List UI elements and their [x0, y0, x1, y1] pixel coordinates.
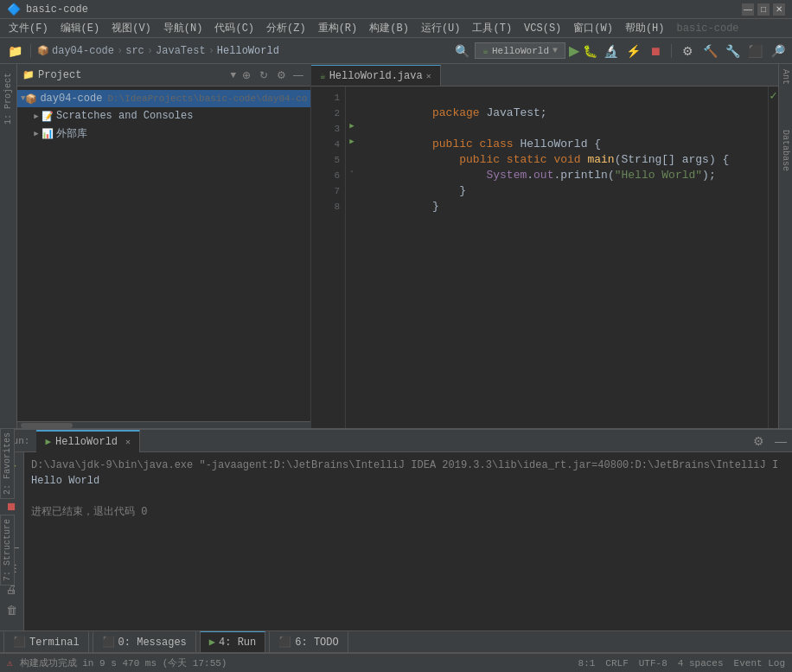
menu-edit[interactable]: 编辑(E) [55, 19, 105, 37]
menu-refactor[interactable]: 重构(R) [313, 19, 363, 37]
tree-libraries[interactable]: ▶ 📊 外部库 [17, 125, 310, 142]
run-configuration[interactable]: ☕ HelloWorld ▼ [475, 42, 565, 59]
fold-btn-8 [346, 195, 358, 211]
run-tab-name: HelloWorld [55, 436, 118, 448]
fold-btn-6: ◦ [346, 164, 358, 180]
run-button[interactable]: ▶ [569, 42, 579, 59]
run-settings-btn[interactable]: ⚙ [748, 434, 770, 448]
breadcrumb-project[interactable]: day04-code [52, 45, 114, 57]
stop-button[interactable]: ⏹ [646, 42, 665, 61]
tree-root[interactable]: ▼ 📦 day04-code D:\IdeaProjects\basic-cod… [17, 90, 310, 107]
bottom-tab-terminal[interactable]: ⬛ Terminal [3, 631, 89, 652]
breadcrumb: 📦 day04-code › src › JavaTest › HelloWor… [37, 45, 279, 57]
build-icon[interactable]: 🔨 [700, 42, 719, 61]
panel-title: Project [38, 69, 223, 81]
menu-build[interactable]: 构建(B) [364, 19, 414, 37]
panel-sync-btn[interactable]: ↻ [257, 68, 271, 82]
maximize-button[interactable]: □ [757, 3, 770, 16]
panel-scrollbar[interactable] [17, 421, 310, 428]
breadcrumb-package[interactable]: JavaTest [156, 45, 206, 57]
close-button[interactable]: ✕ [773, 3, 785, 16]
git-icon[interactable]: 🔧 [723, 42, 742, 61]
toolbar-separator [30, 44, 31, 58]
run-minimize-btn[interactable]: — [770, 434, 792, 448]
structure-strip[interactable]: 7: Structure [0, 515, 15, 586]
frame-icon[interactable]: ⬛ [745, 42, 764, 61]
toolbar: 📁 📦 day04-code › src › JavaTest › HelloW… [0, 38, 792, 64]
code-content[interactable]: package JavaTest; public class HelloWorl… [358, 86, 768, 428]
panel-scrollbar-thumb [21, 423, 73, 428]
menu-code[interactable]: 代码(C) [209, 19, 259, 37]
search-icon[interactable]: 🔍 [452, 42, 471, 61]
bottom-tab-run[interactable]: ▶ 4: Run [200, 631, 265, 652]
menu-vcs[interactable]: VCS(S) [519, 21, 566, 36]
editor-tab-helloworld[interactable]: ☕ HelloWorld.java ✕ [311, 65, 441, 86]
menu-file[interactable]: 文件(F) [3, 19, 54, 37]
project-icon: 📦 [25, 93, 37, 105]
favorites-strip[interactable]: 2: Favorites [0, 428, 15, 499]
run-tab-close[interactable]: ✕ [125, 437, 131, 447]
tree-scratches[interactable]: ▶ 📝 Scratches and Consoles [17, 107, 310, 125]
menu-help[interactable]: 帮助(H) [620, 19, 670, 37]
encoding[interactable]: UTF-8 [639, 658, 667, 669]
code-line-3: public class HelloWorld { [365, 121, 761, 137]
panel-minimize-btn[interactable]: — [291, 68, 305, 82]
console-line-3 [31, 489, 785, 504]
panel-add-btn[interactable]: ⊕ [240, 68, 253, 82]
settings-icon[interactable]: ⚙ [678, 42, 697, 61]
file-tree: ▼ 📦 day04-code D:\IdeaProjects\basic-cod… [17, 86, 310, 421]
tab-close-btn[interactable]: ✕ [426, 71, 431, 81]
menu-tools[interactable]: 工具(T) [467, 19, 517, 37]
line-num-1: 1 [311, 90, 345, 106]
bottom-tab-messages[interactable]: ⬛ 0: Messages [93, 631, 196, 652]
menu-view[interactable]: 视图(V) [106, 19, 156, 37]
menu-run[interactable]: 运行(U) [416, 19, 466, 37]
right-strip: Ant Database [778, 64, 792, 428]
panel-settings-btn[interactable]: ⚙ [274, 68, 288, 82]
run-icon: ▶ [209, 636, 215, 649]
run-clear-btn[interactable]: 🗑 [3, 601, 21, 618]
database-strip-label[interactable]: Database [779, 125, 792, 176]
todo-icon: ⬛ [278, 636, 291, 649]
project-panel: 📁 Project ▼ ⊕ ↻ ⚙ — ▼ 📦 day04-code D:\Id… [17, 64, 311, 428]
right-gutter: ✓ [768, 86, 778, 428]
menu-nav[interactable]: 导航(N) [158, 19, 208, 37]
menu-window[interactable]: 窗口(W) [568, 19, 618, 37]
profile-button[interactable]: ⚡ [623, 42, 642, 61]
ant-strip-label[interactable]: Ant [779, 64, 792, 90]
fold-btn-7 [346, 180, 358, 195]
line-num-5: 5 [311, 152, 345, 168]
bottom-tab-todo[interactable]: ⬛ 6: TODO [269, 631, 348, 652]
console-line-1: D:\Java\jdk-9\bin\java.exe "-javaagent:D… [31, 458, 785, 473]
line-num-6: 6 [311, 168, 345, 183]
line-separator[interactable]: CRLF [605, 658, 628, 669]
breadcrumb-file[interactable]: HelloWorld [217, 45, 279, 57]
indent-info[interactable]: 4 spaces [678, 658, 724, 669]
cursor-position[interactable]: 8:1 [578, 658, 596, 669]
title-bar: 🔷 basic-code — □ ✕ [0, 0, 792, 19]
terminal-icon: ⬛ [13, 636, 26, 649]
messages-icon: ⬛ [102, 636, 115, 649]
event-log[interactable]: Event Log [734, 658, 785, 669]
debug-button[interactable]: 🐛 [583, 44, 597, 58]
line-num-3: 3 [311, 121, 345, 137]
fold-btn-4[interactable]: ▶ [346, 133, 358, 149]
minimize-button[interactable]: — [742, 3, 754, 16]
run-tab-label: 4: Run [219, 637, 256, 649]
messages-label: 0: Messages [118, 637, 187, 649]
java-file-icon: ☕ [320, 70, 326, 81]
coverage-button[interactable]: 🔬 [601, 42, 620, 61]
run-stop-btn[interactable]: ⏹ [3, 497, 21, 515]
zoom-icon[interactable]: 🔎 [768, 42, 787, 61]
menu-analyze[interactable]: 分析(Z) [261, 19, 311, 37]
toolbar-right: 🔍 ☕ HelloWorld ▼ ▶ 🐛 🔬 ⚡ ⏹ ⚙ 🔨 🔧 ⬛ 🔎 [452, 42, 787, 61]
title-bar-left: 🔷 basic-code [7, 3, 88, 16]
code-editor[interactable]: 1 2 3 4 5 6 7 8 ▶ ▶ ◦ packag [311, 86, 778, 428]
project-strip-label[interactable]: 1: Project [2, 67, 15, 130]
editor-area: ☕ HelloWorld.java ✕ 1 2 3 4 5 6 7 8 ▶ ▶ [311, 64, 778, 428]
todo-label: 6: TODO [295, 637, 338, 649]
fold-btn-3[interactable]: ▶ [346, 118, 358, 133]
breadcrumb-src[interactable]: src [125, 45, 144, 57]
toolbar-folder-icon[interactable]: 📁 [5, 42, 24, 61]
run-tab[interactable]: ▶ HelloWorld ✕ [36, 430, 140, 452]
